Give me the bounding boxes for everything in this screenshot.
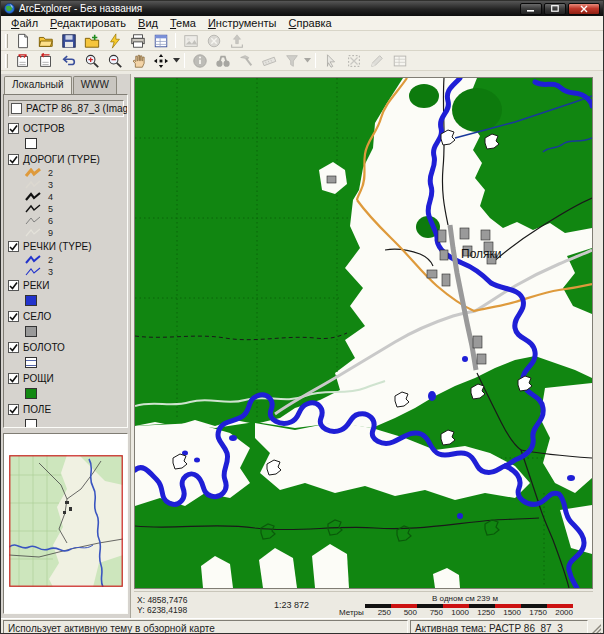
scalebar-tick: 750 (417, 608, 443, 617)
scalebar-title: В одном см 239 м (339, 594, 591, 603)
toolbar-grip[interactable] (5, 54, 8, 68)
identify-button (188, 52, 211, 70)
overview-map[interactable] (3, 433, 128, 614)
catalog-button[interactable] (103, 32, 126, 50)
menu-view[interactable]: Вид (132, 17, 164, 30)
ruler-icon (261, 53, 277, 69)
zoom-active-theme-button[interactable] (11, 52, 34, 70)
legend-theme-pole[interactable]: ПОЛЕ (8, 402, 124, 416)
checkbox-selo[interactable] (8, 311, 19, 322)
zoom-out-button[interactable] (103, 52, 126, 70)
stream-class-label: 2 (48, 255, 53, 265)
pan-button[interactable] (126, 52, 149, 70)
legend-list: РАСТР 86_87_3 (Image) ОСТРОВ ДОРОГИ (TYP… (3, 94, 128, 428)
legend-label-rechki: РЕЧКИ (TYPE) (23, 241, 92, 252)
coord-y: Y: 6238,4198 (137, 605, 244, 615)
open-project-button[interactable] (34, 32, 57, 50)
titlebar[interactable]: ArcExplorer - Без названия (1, 1, 603, 16)
menu-theme[interactable]: Тема (164, 17, 202, 30)
check-icon (9, 312, 18, 321)
lightning-icon (107, 33, 123, 49)
road-class-label: 3 (48, 180, 53, 190)
menu-tools[interactable]: Инструменты (202, 17, 283, 30)
zoom-out-magnifier-icon (107, 53, 123, 69)
undo-arrow-icon (61, 53, 77, 69)
swatch-boloto (25, 357, 37, 368)
scalebar-tick: 500 (391, 608, 417, 617)
arcexplorer-window: ArcExplorer - Без названия Файл Редактир… (0, 0, 604, 634)
checkbox-roshchi[interactable] (8, 373, 19, 384)
theme-properties-button[interactable] (149, 32, 172, 50)
swatch-ostrov (25, 138, 37, 149)
add-image-button (179, 32, 202, 50)
stream-class-label: 3 (48, 267, 53, 277)
new-map-button[interactable] (11, 32, 34, 50)
main-content: Локальный WWW РАСТР 86_87_3 (Image) ОСТР… (1, 71, 603, 618)
add-theme-button[interactable] (80, 32, 103, 50)
road-class-label: 2 (48, 168, 53, 178)
chevron-down-icon (304, 58, 311, 63)
legend-theme-raster[interactable]: РАСТР 86_87_3 (Image) (8, 100, 124, 117)
buffer-dropdown (303, 52, 312, 70)
save-project-button[interactable] (57, 32, 80, 50)
undo-button[interactable] (57, 52, 80, 70)
pan-direction-button[interactable] (149, 52, 172, 70)
menu-file[interactable]: Файл (5, 17, 44, 30)
menu-help[interactable]: Справка (283, 17, 338, 30)
stream-class2-symbol (24, 255, 42, 265)
toolbar-separator (315, 53, 316, 68)
tab-www[interactable]: WWW (73, 76, 117, 94)
overview-raster (9, 455, 123, 587)
legend-theme-dorogi[interactable]: ДОРОГИ (TYPE) (8, 152, 124, 166)
road-class-label: 4 (48, 192, 53, 202)
send-up-arrow-icon (229, 33, 245, 49)
statusbar: Использует активную тему в обзорной карт… (1, 618, 603, 634)
legend-theme-ostrov[interactable]: ОСТРОВ (8, 121, 124, 135)
swatch-selo (25, 326, 37, 337)
minimize-button[interactable] (520, 3, 542, 15)
road-class4-symbol (24, 192, 42, 202)
attributes-grid-icon (392, 53, 408, 69)
stop-circle-icon (206, 33, 222, 49)
printer-icon (130, 33, 146, 49)
legend-label-roshchi: РОЩИ (23, 373, 54, 384)
tab-local[interactable]: Локальный (4, 76, 72, 94)
legend-theme-selo[interactable]: СЕЛО (8, 309, 124, 323)
save-floppy-icon (61, 33, 77, 49)
checkbox-boloto[interactable] (8, 342, 19, 353)
active-theme-indicator: Активная тема: РАСТР 86_87_3 (410, 620, 588, 634)
legend-theme-roshchi[interactable]: РОЩИ (8, 371, 124, 385)
check-icon (9, 155, 18, 164)
scalebar-tick: 2000 (547, 608, 573, 617)
close-button[interactable] (568, 3, 600, 15)
legend-label-dorogi: ДОРОГИ (TYPE) (23, 154, 100, 165)
map-svg: Поляки (135, 78, 592, 588)
maximize-button[interactable] (544, 3, 566, 15)
find-button (211, 52, 234, 70)
print-button[interactable] (126, 32, 149, 50)
menu-edit[interactable]: Редактировать (44, 17, 132, 30)
legend-theme-reki[interactable]: РЕКИ (8, 278, 124, 292)
map-canvas[interactable]: Поляки (134, 77, 593, 589)
checkbox-reki[interactable] (8, 280, 19, 291)
properties-table-icon (153, 33, 169, 49)
zoom-in-button[interactable] (80, 52, 103, 70)
zoom-previous-button[interactable] (34, 52, 57, 70)
village-label: Поляки (461, 247, 502, 261)
swatch-pole (25, 419, 37, 429)
road-class5-symbol (24, 204, 42, 214)
legend-theme-boloto[interactable]: БОЛОТО (8, 340, 124, 354)
checkbox-ostrov[interactable] (8, 123, 19, 134)
legend-theme-rechki[interactable]: РЕЧКИ (TYPE) (8, 239, 124, 253)
checkbox-rechki[interactable] (8, 241, 19, 252)
checkbox-pole[interactable] (8, 404, 19, 415)
new-document-icon (15, 33, 31, 49)
zoom-previous-icon (38, 53, 54, 69)
checkbox-raster[interactable] (11, 103, 22, 114)
resize-grip[interactable] (588, 620, 601, 634)
legend-panel: Локальный WWW РАСТР 86_87_3 (Image) ОСТР… (1, 74, 131, 618)
pan-direction-dropdown[interactable] (172, 52, 181, 70)
toolbar-grip[interactable] (5, 34, 8, 48)
checkbox-dorogi[interactable] (8, 154, 19, 165)
open-folder-icon (38, 33, 54, 49)
